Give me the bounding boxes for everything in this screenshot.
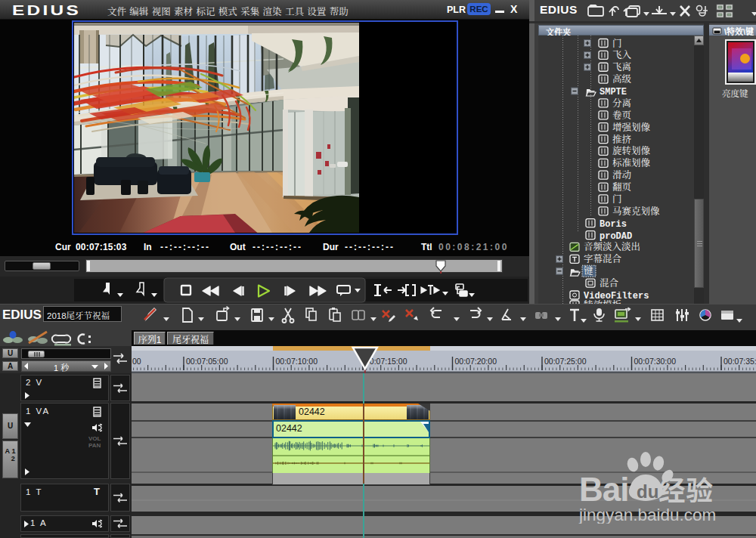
svg-text:Boris: Boris: [600, 219, 627, 230]
svg-text:门: 门: [612, 193, 622, 205]
svg-text:00:07:25:00: 00:07:25:00: [544, 357, 587, 366]
svg-text:旋转划像: 旋转划像: [612, 145, 651, 156]
svg-text:字幕混合: 字幕混合: [584, 253, 622, 264]
svg-text:高级: 高级: [612, 73, 632, 85]
svg-text:飞离: 飞离: [612, 62, 631, 73]
svg-text:滑动: 滑动: [612, 169, 632, 181]
svg-text:00:07:10:00: 00:07:10:00: [276, 357, 318, 366]
svg-text:翻页: 翻页: [612, 182, 632, 193]
svg-text:SMPTE: SMPTE: [600, 87, 627, 97]
svg-text:飞入: 飞入: [612, 50, 632, 60]
svg-text:卷页: 卷页: [612, 110, 632, 121]
svg-text:00:07:20:00: 00:07:20:00: [455, 357, 497, 366]
svg-text:键: 键: [584, 265, 593, 277]
svg-text:增强划像: 增强划像: [612, 122, 651, 133]
svg-text:门: 门: [612, 38, 622, 49]
svg-text:00: 00: [132, 357, 141, 366]
svg-text:du: du: [637, 481, 658, 502]
svg-text:经验: 经验: [658, 476, 714, 506]
svg-text:proDAD: proDAD: [600, 231, 632, 242]
svg-text:00:07:30:00: 00:07:30:00: [634, 357, 677, 366]
svg-text:标准划像: 标准划像: [612, 157, 651, 169]
svg-text:混合: 混合: [600, 277, 619, 289]
svg-text:00:07:05:00: 00:07:05:00: [186, 357, 228, 366]
svg-text:马赛克划像: 马赛克划像: [612, 206, 660, 217]
svg-text:推挤: 推挤: [612, 134, 632, 145]
svg-text:Bai: Bai: [579, 471, 628, 508]
svg-text:音频淡入淡出: 音频淡入淡出: [584, 241, 640, 252]
svg-text:00:07:35:0: 00:07:35:0: [723, 357, 756, 366]
svg-text:分离: 分离: [612, 97, 631, 109]
svg-text:jingyan.baidu.com: jingyan.baidu.com: [578, 506, 716, 524]
